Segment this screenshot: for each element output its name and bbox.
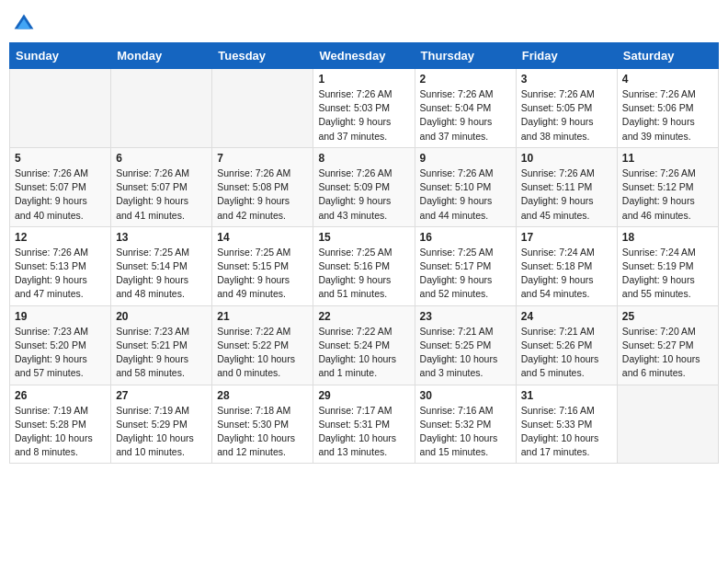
calendar-header-saturday: Saturday — [617, 43, 718, 69]
calendar-cell: 5Sunrise: 7:26 AM Sunset: 5:07 PM Daylig… — [10, 147, 111, 226]
day-info: Sunrise: 7:21 AM Sunset: 5:26 PM Dayligh… — [521, 325, 612, 381]
calendar-cell: 11Sunrise: 7:26 AM Sunset: 5:12 PM Dayli… — [617, 147, 718, 226]
day-number: 7 — [217, 152, 308, 165]
calendar-cell: 3Sunrise: 7:26 AM Sunset: 5:05 PM Daylig… — [516, 69, 617, 148]
calendar-cell: 31Sunrise: 7:16 AM Sunset: 5:33 PM Dayli… — [516, 385, 617, 464]
day-number: 30 — [420, 389, 511, 402]
day-info: Sunrise: 7:16 AM Sunset: 5:33 PM Dayligh… — [521, 404, 612, 460]
day-number: 26 — [15, 389, 106, 402]
day-number: 28 — [217, 389, 308, 402]
day-info: Sunrise: 7:25 AM Sunset: 5:17 PM Dayligh… — [420, 246, 511, 302]
calendar-header-wednesday: Wednesday — [313, 43, 415, 69]
day-number: 3 — [521, 73, 612, 86]
day-number: 19 — [15, 310, 106, 323]
day-info: Sunrise: 7:22 AM Sunset: 5:24 PM Dayligh… — [318, 325, 409, 381]
day-info: Sunrise: 7:26 AM Sunset: 5:11 PM Dayligh… — [521, 167, 612, 223]
calendar-cell — [111, 69, 212, 148]
day-info: Sunrise: 7:26 AM Sunset: 5:07 PM Dayligh… — [116, 167, 207, 223]
calendar-cell: 13Sunrise: 7:25 AM Sunset: 5:14 PM Dayli… — [111, 226, 212, 305]
day-info: Sunrise: 7:18 AM Sunset: 5:30 PM Dayligh… — [217, 404, 308, 460]
calendar-header-row: SundayMondayTuesdayWednesdayThursdayFrid… — [10, 43, 719, 69]
day-info: Sunrise: 7:26 AM Sunset: 5:10 PM Dayligh… — [420, 167, 511, 223]
day-info: Sunrise: 7:21 AM Sunset: 5:25 PM Dayligh… — [420, 325, 511, 381]
day-number: 24 — [521, 310, 612, 323]
day-number: 29 — [318, 389, 409, 402]
day-number: 25 — [622, 310, 713, 323]
calendar-header-friday: Friday — [516, 43, 617, 69]
calendar-cell: 8Sunrise: 7:26 AM Sunset: 5:09 PM Daylig… — [313, 147, 415, 226]
logo — [13, 13, 37, 35]
day-number: 9 — [420, 152, 511, 165]
day-info: Sunrise: 7:25 AM Sunset: 5:15 PM Dayligh… — [217, 246, 308, 302]
day-number: 17 — [521, 231, 612, 244]
day-info: Sunrise: 7:26 AM Sunset: 5:05 PM Dayligh… — [521, 87, 612, 144]
day-number: 11 — [622, 152, 713, 165]
calendar-header-tuesday: Tuesday — [212, 43, 313, 69]
day-number: 22 — [318, 310, 409, 323]
calendar-cell: 1Sunrise: 7:26 AM Sunset: 5:03 PM Daylig… — [313, 69, 415, 148]
day-info: Sunrise: 7:17 AM Sunset: 5:31 PM Dayligh… — [318, 404, 409, 460]
calendar-cell: 29Sunrise: 7:17 AM Sunset: 5:31 PM Dayli… — [313, 385, 415, 464]
calendar-cell: 26Sunrise: 7:19 AM Sunset: 5:28 PM Dayli… — [10, 385, 111, 464]
day-number: 21 — [217, 310, 308, 323]
day-number: 2 — [420, 73, 511, 86]
day-number: 20 — [116, 310, 207, 323]
calendar-cell: 27Sunrise: 7:19 AM Sunset: 5:29 PM Dayli… — [111, 385, 212, 464]
calendar-week-row: 12Sunrise: 7:26 AM Sunset: 5:13 PM Dayli… — [10, 226, 719, 305]
day-number: 23 — [420, 310, 511, 323]
calendar-cell: 21Sunrise: 7:22 AM Sunset: 5:22 PM Dayli… — [212, 305, 313, 385]
calendar-cell: 14Sunrise: 7:25 AM Sunset: 5:15 PM Dayli… — [212, 226, 313, 305]
day-info: Sunrise: 7:19 AM Sunset: 5:29 PM Dayligh… — [116, 404, 207, 460]
day-info: Sunrise: 7:26 AM Sunset: 5:06 PM Dayligh… — [622, 87, 713, 144]
day-info: Sunrise: 7:23 AM Sunset: 5:21 PM Dayligh… — [116, 325, 207, 381]
calendar-week-row: 19Sunrise: 7:23 AM Sunset: 5:20 PM Dayli… — [10, 305, 719, 385]
day-number: 13 — [116, 231, 207, 244]
calendar-week-row: 26Sunrise: 7:19 AM Sunset: 5:28 PM Dayli… — [10, 385, 719, 464]
calendar-header-sunday: Sunday — [10, 43, 111, 69]
day-info: Sunrise: 7:26 AM Sunset: 5:07 PM Dayligh… — [15, 167, 106, 223]
calendar-cell: 12Sunrise: 7:26 AM Sunset: 5:13 PM Dayli… — [10, 226, 111, 305]
calendar-cell: 25Sunrise: 7:20 AM Sunset: 5:27 PM Dayli… — [617, 305, 718, 385]
calendar-cell: 7Sunrise: 7:26 AM Sunset: 5:08 PM Daylig… — [212, 147, 313, 226]
calendar-cell: 15Sunrise: 7:25 AM Sunset: 5:16 PM Dayli… — [313, 226, 415, 305]
day-info: Sunrise: 7:26 AM Sunset: 5:08 PM Dayligh… — [217, 167, 308, 223]
day-info: Sunrise: 7:25 AM Sunset: 5:14 PM Dayligh… — [116, 246, 207, 302]
day-number: 1 — [318, 73, 409, 86]
calendar-cell: 10Sunrise: 7:26 AM Sunset: 5:11 PM Dayli… — [516, 147, 617, 226]
day-info: Sunrise: 7:23 AM Sunset: 5:20 PM Dayligh… — [15, 325, 106, 381]
calendar-cell: 19Sunrise: 7:23 AM Sunset: 5:20 PM Dayli… — [10, 305, 111, 385]
day-info: Sunrise: 7:22 AM Sunset: 5:22 PM Dayligh… — [217, 325, 308, 381]
day-number: 4 — [622, 73, 713, 86]
day-number: 5 — [15, 152, 106, 165]
calendar-cell: 6Sunrise: 7:26 AM Sunset: 5:07 PM Daylig… — [111, 147, 212, 226]
calendar-cell: 9Sunrise: 7:26 AM Sunset: 5:10 PM Daylig… — [415, 147, 516, 226]
calendar-cell: 28Sunrise: 7:18 AM Sunset: 5:30 PM Dayli… — [212, 385, 313, 464]
calendar-cell — [617, 385, 718, 464]
calendar-cell: 17Sunrise: 7:24 AM Sunset: 5:18 PM Dayli… — [516, 226, 617, 305]
calendar-week-row: 5Sunrise: 7:26 AM Sunset: 5:07 PM Daylig… — [10, 147, 719, 226]
calendar-cell: 16Sunrise: 7:25 AM Sunset: 5:17 PM Dayli… — [415, 226, 516, 305]
day-info: Sunrise: 7:19 AM Sunset: 5:28 PM Dayligh… — [15, 404, 106, 460]
day-number: 18 — [622, 231, 713, 244]
calendar-cell: 2Sunrise: 7:26 AM Sunset: 5:04 PM Daylig… — [415, 69, 516, 148]
day-number: 12 — [15, 231, 106, 244]
calendar-table: SundayMondayTuesdayWednesdayThursdayFrid… — [9, 42, 719, 464]
day-info: Sunrise: 7:25 AM Sunset: 5:16 PM Dayligh… — [318, 246, 409, 302]
calendar-cell: 18Sunrise: 7:24 AM Sunset: 5:19 PM Dayli… — [617, 226, 718, 305]
day-number: 8 — [318, 152, 409, 165]
day-number: 15 — [318, 231, 409, 244]
calendar-cell: 24Sunrise: 7:21 AM Sunset: 5:26 PM Dayli… — [516, 305, 617, 385]
calendar-week-row: 1Sunrise: 7:26 AM Sunset: 5:03 PM Daylig… — [10, 69, 719, 148]
day-info: Sunrise: 7:26 AM Sunset: 5:09 PM Dayligh… — [318, 167, 409, 223]
page-header — [9, 9, 719, 35]
day-info: Sunrise: 7:16 AM Sunset: 5:32 PM Dayligh… — [420, 404, 511, 460]
day-info: Sunrise: 7:24 AM Sunset: 5:19 PM Dayligh… — [622, 246, 713, 302]
day-number: 31 — [521, 389, 612, 402]
day-info: Sunrise: 7:24 AM Sunset: 5:18 PM Dayligh… — [521, 246, 612, 302]
day-number: 27 — [116, 389, 207, 402]
calendar-cell: 4Sunrise: 7:26 AM Sunset: 5:06 PM Daylig… — [617, 69, 718, 148]
day-number: 14 — [217, 231, 308, 244]
day-number: 10 — [521, 152, 612, 165]
day-number: 6 — [116, 152, 207, 165]
calendar-header-monday: Monday — [111, 43, 212, 69]
